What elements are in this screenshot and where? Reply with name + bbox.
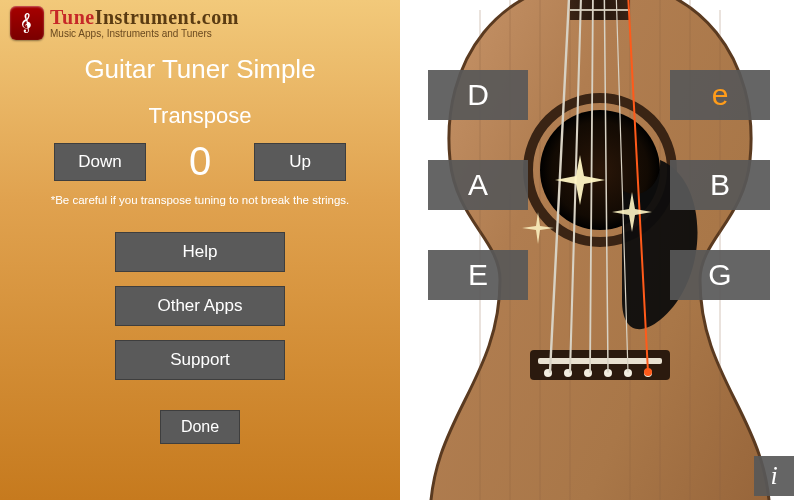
svg-rect-11 (538, 358, 662, 364)
brand-text: TuneInstrument.com Music Apps, Instrumen… (50, 7, 239, 39)
treble-clef-icon (10, 6, 44, 40)
svg-point-29 (644, 368, 652, 376)
settings-panel: TuneInstrument.com Music Apps, Instrumen… (0, 0, 400, 500)
transpose-controls: Down 0 Up (54, 139, 346, 184)
menu: Help Other Apps Support (115, 232, 285, 380)
support-button[interactable]: Support (115, 340, 285, 380)
string-low-e-button[interactable]: E (428, 250, 528, 300)
string-b-button[interactable]: B (670, 160, 770, 210)
string-a-button[interactable]: A (428, 160, 528, 210)
other-apps-button[interactable]: Other Apps (115, 286, 285, 326)
transpose-value: 0 (170, 139, 230, 184)
app-title: Guitar Tuner Simple (84, 54, 315, 85)
transpose-down-button[interactable]: Down (54, 143, 146, 181)
help-button[interactable]: Help (115, 232, 285, 272)
transpose-up-button[interactable]: Up (254, 143, 346, 181)
brand-logo: TuneInstrument.com Music Apps, Instrumen… (0, 0, 239, 40)
done-button[interactable]: Done (160, 410, 240, 444)
info-button[interactable]: i (754, 456, 794, 496)
string-g-button[interactable]: G (670, 250, 770, 300)
transpose-label: Transpose (148, 103, 251, 129)
brand-tune: Tune (50, 6, 95, 28)
brand-instr: Instrument.com (95, 6, 239, 28)
string-high-e-button[interactable]: e (670, 70, 770, 120)
guitar-panel: D A E e B G i (400, 0, 800, 500)
brand-tagline: Music Apps, Instruments and Tuners (50, 29, 239, 39)
string-d-button[interactable]: D (428, 70, 528, 120)
transpose-warning: *Be careful if you transpose tuning to n… (33, 194, 368, 206)
